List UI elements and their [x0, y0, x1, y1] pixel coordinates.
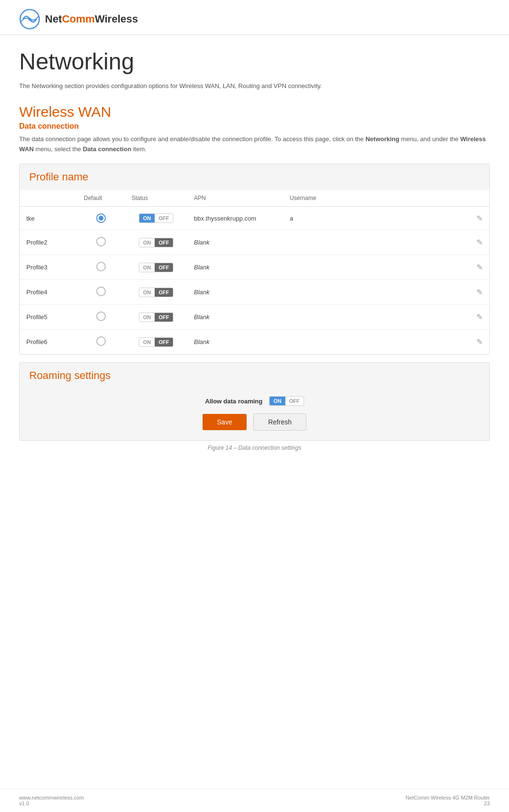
- cell-status[interactable]: ONOFF: [125, 280, 187, 305]
- logo-text: NetCommWireless: [45, 13, 138, 25]
- table-row: Profile6ONOFFBlank✎: [20, 330, 489, 355]
- table-row: Profile3ONOFFBlank✎: [20, 255, 489, 280]
- cell-edit[interactable]: ✎: [465, 255, 489, 280]
- edit-icon[interactable]: ✎: [476, 338, 483, 346]
- toggle-off-label[interactable]: OFF: [155, 288, 173, 297]
- cell-profile-name: Profile2: [20, 230, 77, 255]
- toggle-on-label[interactable]: ON: [139, 263, 155, 272]
- refresh-button[interactable]: Refresh: [253, 413, 306, 431]
- radio-button[interactable]: [96, 213, 106, 223]
- status-toggle[interactable]: ONOFF: [139, 288, 174, 297]
- section-title-wireless-wan: Wireless WAN: [19, 104, 490, 120]
- status-toggle[interactable]: ONOFF: [139, 337, 174, 347]
- cell-status[interactable]: ONOFF: [125, 305, 187, 330]
- cell-default[interactable]: [77, 280, 125, 305]
- edit-icon[interactable]: ✎: [476, 238, 483, 246]
- cell-edit[interactable]: ✎: [465, 305, 489, 330]
- logo-net: Net: [45, 13, 62, 25]
- desc-part4: item.: [131, 145, 147, 153]
- col-header-apn: APN: [187, 190, 283, 207]
- toggle-on-label[interactable]: ON: [139, 338, 155, 346]
- cell-apn: Blank: [187, 255, 283, 280]
- footer-url: www.netcommwireless.com: [19, 795, 84, 801]
- cell-edit[interactable]: ✎: [465, 280, 489, 305]
- toggle-on-label[interactable]: ON: [139, 313, 155, 322]
- svg-point-1: [28, 18, 31, 21]
- cell-edit[interactable]: ✎: [465, 330, 489, 355]
- header: NetCommWireless: [0, 0, 509, 34]
- roaming-toggle-off[interactable]: OFF: [285, 397, 304, 405]
- save-button[interactable]: Save: [203, 414, 247, 430]
- cell-username: [283, 255, 465, 280]
- toggle-off-label[interactable]: OFF: [155, 338, 173, 346]
- roaming-toggle-on[interactable]: ON: [270, 397, 285, 405]
- cell-default[interactable]: [77, 305, 125, 330]
- content: Networking The Networking section provid…: [0, 35, 509, 480]
- status-toggle[interactable]: ONOFF: [139, 263, 174, 272]
- edit-icon[interactable]: ✎: [476, 214, 483, 222]
- roaming-row: Allow data roaming ON OFF: [29, 396, 480, 406]
- cell-username: [283, 230, 465, 255]
- cell-default[interactable]: [77, 330, 125, 355]
- footer-version: v1.0: [19, 801, 84, 806]
- logo-comm: Comm: [62, 13, 94, 25]
- status-toggle[interactable]: ONOFF: [139, 312, 174, 322]
- roaming-panel-title: Roaming settings: [29, 369, 480, 382]
- profile-table: Default Status APN Username tkeONOFFbbx.…: [20, 190, 489, 354]
- subsection-title-data-connection: Data connection: [19, 122, 490, 131]
- table-header-row: Default Status APN Username: [20, 190, 489, 207]
- cell-edit[interactable]: ✎: [465, 207, 489, 230]
- col-header-status: Status: [125, 190, 187, 207]
- col-header-username: Username: [283, 190, 465, 207]
- cell-status[interactable]: ONOFF: [125, 207, 187, 230]
- toggle-off-label[interactable]: OFF: [155, 263, 173, 272]
- col-header-default: Default: [77, 190, 125, 207]
- cell-status[interactable]: ONOFF: [125, 330, 187, 355]
- table-row: Profile2ONOFFBlank✎: [20, 230, 489, 255]
- cell-apn: Blank: [187, 230, 283, 255]
- roaming-panel-header: Roaming settings: [20, 363, 489, 389]
- edit-icon[interactable]: ✎: [476, 263, 483, 271]
- profile-panel-title: Profile name: [29, 171, 480, 183]
- toggle-on-label[interactable]: ON: [139, 288, 155, 297]
- cell-apn: Blank: [187, 330, 283, 355]
- cell-default[interactable]: [77, 207, 125, 230]
- edit-icon[interactable]: ✎: [476, 313, 483, 321]
- radio-button[interactable]: [96, 237, 106, 246]
- toggle-on-label[interactable]: ON: [139, 238, 155, 247]
- col-header-edit: [465, 190, 489, 207]
- cell-edit[interactable]: ✎: [465, 230, 489, 255]
- cell-default[interactable]: [77, 230, 125, 255]
- radio-button[interactable]: [96, 262, 106, 271]
- intro-text: The Networking section provides configur…: [19, 82, 490, 89]
- cell-username: [283, 330, 465, 355]
- description-text: The data connection page allows you to c…: [19, 134, 490, 155]
- logo: NetCommWireless: [19, 9, 138, 30]
- radio-button[interactable]: [96, 336, 106, 346]
- roaming-toggle[interactable]: ON OFF: [269, 396, 304, 406]
- toggle-off-label[interactable]: OFF: [155, 214, 173, 222]
- cell-apn: Blank: [187, 305, 283, 330]
- toggle-off-label[interactable]: OFF: [155, 313, 173, 322]
- radio-button[interactable]: [96, 287, 106, 296]
- cell-apn: bbx.thyssenkrupp.com: [187, 207, 283, 230]
- cell-profile-name: Profile4: [20, 280, 77, 305]
- profile-panel-header: Profile name: [20, 164, 489, 190]
- cell-username: [283, 280, 465, 305]
- cell-profile-name: tke: [20, 207, 77, 230]
- status-toggle[interactable]: ONOFF: [139, 213, 174, 223]
- toggle-on-label[interactable]: ON: [139, 214, 155, 222]
- cell-profile-name: Profile5: [20, 305, 77, 330]
- col-header-name: [20, 190, 77, 207]
- radio-button[interactable]: [96, 311, 106, 321]
- roaming-label: Allow data roaming: [205, 398, 262, 405]
- cell-status[interactable]: ONOFF: [125, 230, 187, 255]
- cell-default[interactable]: [77, 255, 125, 280]
- toggle-off-label[interactable]: OFF: [155, 238, 173, 247]
- edit-icon[interactable]: ✎: [476, 288, 483, 296]
- desc-bold-networking: Networking: [365, 135, 399, 143]
- cell-status[interactable]: ONOFF: [125, 255, 187, 280]
- desc-part3: menu, select the: [34, 145, 83, 153]
- status-toggle[interactable]: ONOFF: [139, 238, 174, 247]
- profile-panel: Profile name Default Status APN Username…: [19, 164, 490, 355]
